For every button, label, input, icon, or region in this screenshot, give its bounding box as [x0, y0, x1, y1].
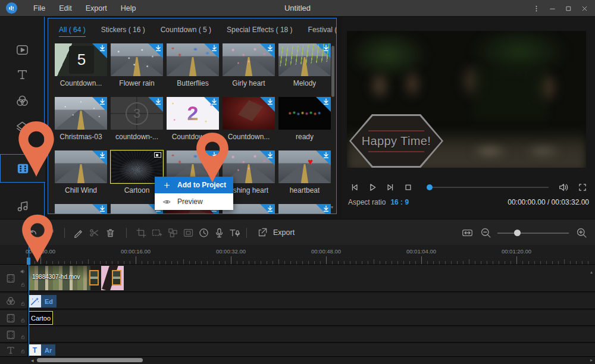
menu-help[interactable]: Help: [121, 4, 136, 12]
mute-track-icon[interactable]: [20, 268, 26, 275]
scroll-left-arrow-icon[interactable]: ◂: [31, 357, 34, 363]
elements-scrollbar[interactable]: ▾: [331, 21, 334, 211]
tab-stickers[interactable]: Stickers ( 16 ): [101, 26, 145, 37]
element-thumbnail[interactable]: [167, 43, 219, 76]
split-button[interactable]: [87, 226, 101, 240]
voiceover-button[interactable]: [212, 226, 226, 240]
sidebar-item-media[interactable]: [0, 37, 45, 62]
element-item-countdown[interactable]: 5Countdown...: [53, 43, 109, 97]
element-thumbnail[interactable]: [278, 204, 331, 214]
lock-track-icon[interactable]: [20, 281, 26, 288]
sidebar-item-filters[interactable]: [0, 88, 45, 113]
element-item-melody[interactable]: Melody: [277, 43, 333, 97]
scroll-right-arrow-icon[interactable]: ▸: [590, 357, 593, 363]
stop-button[interactable]: [402, 181, 415, 194]
timeline-zoom-slider[interactable]: [497, 233, 569, 234]
scrollbar-thumb[interactable]: [37, 358, 143, 362]
sidebar-item-text[interactable]: [0, 62, 45, 87]
transition-marker[interactable]: [112, 270, 121, 285]
element-item[interactable]: [53, 204, 109, 214]
seek-handle[interactable]: [427, 184, 433, 190]
element-item-flower-rain[interactable]: Flower rain: [109, 43, 165, 97]
menu-file[interactable]: File: [33, 4, 45, 12]
close-button[interactable]: [577, 0, 593, 17]
aspect-ratio-value[interactable]: 16 : 9: [390, 198, 409, 206]
lock-track-icon[interactable]: [20, 300, 26, 307]
tab-special[interactable]: Special Effects ( 18 ): [227, 26, 293, 37]
minimize-button[interactable]: [544, 0, 560, 17]
next-frame-button[interactable]: [384, 181, 397, 194]
lock-track-icon[interactable]: [20, 348, 26, 354]
seek-bar[interactable]: [427, 187, 549, 188]
element-thumbnail[interactable]: [55, 150, 107, 183]
element-track-header[interactable]: [0, 310, 28, 325]
previous-frame-button[interactable]: [348, 181, 361, 194]
scrollbar-thumb[interactable]: [331, 46, 334, 97]
element-thumbnail[interactable]: 2: [167, 97, 219, 130]
maximize-button[interactable]: [560, 0, 577, 17]
play-button[interactable]: [366, 181, 379, 194]
filter-track[interactable]: Ed: [0, 293, 595, 309]
element-thumbnail[interactable]: [278, 150, 331, 183]
element-track-2[interactable]: [0, 327, 595, 343]
element-item-heartbeat[interactable]: heartbeat: [277, 150, 333, 204]
menu-edit[interactable]: Edit: [59, 4, 72, 12]
element-item-ready[interactable]: ready: [277, 97, 333, 150]
tab-all[interactable]: All ( 64 ): [59, 26, 86, 37]
element-thumbnail[interactable]: [278, 43, 331, 76]
video-preview[interactable]: Happy Time!: [347, 31, 586, 168]
transition-marker[interactable]: [89, 270, 99, 285]
element-thumbnail[interactable]: [223, 43, 275, 76]
lock-track-icon[interactable]: [20, 317, 26, 324]
fullscreen-button[interactable]: [576, 181, 589, 194]
zoom-frame-button[interactable]: [150, 226, 164, 240]
scroll-down-arrow-icon[interactable]: ▾: [331, 205, 333, 210]
duration-button[interactable]: [197, 226, 211, 240]
element-clip[interactable]: Cartoo: [29, 311, 53, 325]
element-thumbnail[interactable]: [55, 204, 107, 214]
crop-button[interactable]: [134, 226, 148, 240]
element-track-1[interactable]: Cartoo: [0, 310, 595, 326]
element-item-chill-wind[interactable]: Chill Wind: [53, 150, 109, 204]
element-item-countdown[interactable]: 3countdown-...: [109, 97, 165, 150]
element-thumbnail[interactable]: 3: [111, 97, 163, 130]
menu-export[interactable]: Export: [86, 4, 107, 12]
element-item-butterflies[interactable]: Butterflies: [165, 43, 221, 97]
timeline-ruler[interactable]: 00:00:00.0000:00:16.0000:00:32.0000:00:4…: [0, 245, 595, 265]
element-thumbnail[interactable]: 5: [55, 43, 107, 76]
text-track-header[interactable]: [0, 344, 28, 356]
tab-countdown[interactable]: Countdown ( 5 ): [161, 26, 211, 37]
text-clip-icon: T: [29, 344, 41, 356]
zoom-in-button[interactable]: [575, 226, 588, 240]
element-thumbnail[interactable]: [223, 97, 275, 130]
export-button[interactable]: Export: [256, 226, 295, 239]
element-item[interactable]: [277, 204, 333, 214]
delete-button[interactable]: [104, 226, 117, 240]
lock-track-icon[interactable]: [20, 334, 26, 340]
element-thumbnail[interactable]: [55, 97, 107, 130]
fit-timeline-button[interactable]: [461, 226, 474, 240]
text-to-speech-button[interactable]: [228, 226, 242, 240]
volume-button[interactable]: [557, 181, 570, 194]
tracks-scroll-up-icon[interactable]: ▴: [590, 269, 593, 275]
element-track-header[interactable]: [0, 327, 28, 342]
filter-clip[interactable]: Ed: [29, 295, 57, 307]
video-track[interactable]: 19884307-hd.mov: [0, 265, 595, 292]
text-clip[interactable]: T Ar: [29, 344, 55, 356]
edit-button[interactable]: [71, 226, 85, 240]
zoom-slider-handle[interactable]: [514, 230, 521, 236]
element-thumbnail[interactable]: [111, 43, 163, 76]
text-track[interactable]: T Ar: [0, 344, 595, 357]
zoom-out-button[interactable]: [479, 226, 493, 240]
horizontal-scrollbar[interactable]: ◂ ▸: [0, 357, 595, 364]
video-track-header[interactable]: [0, 265, 28, 291]
video-clip[interactable]: 19884307-hd.mov: [29, 266, 90, 290]
freeze-frame-button[interactable]: [181, 226, 195, 240]
element-thumbnail[interactable]: [278, 97, 331, 130]
more-options-button[interactable]: [528, 0, 544, 17]
context-menu-item-preview[interactable]: Preview: [155, 193, 233, 210]
mosaic-button[interactable]: [166, 226, 180, 240]
element-item-girly-heart[interactable]: Girly heart: [221, 43, 277, 97]
filter-track-header[interactable]: [0, 293, 28, 309]
element-item-christmas-03[interactable]: Christmas-03: [53, 97, 109, 150]
